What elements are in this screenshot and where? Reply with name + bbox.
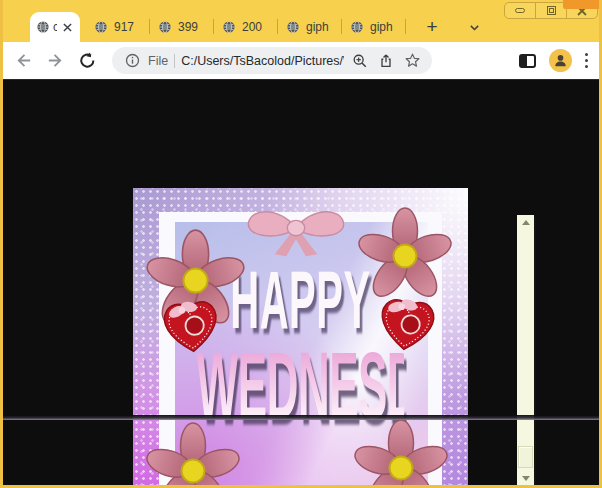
share-icon bbox=[378, 53, 394, 69]
browser-window: c 917 399 200 giph bbox=[0, 0, 602, 488]
scrollbar-track[interactable] bbox=[517, 215, 534, 485]
globe-favicon-icon bbox=[222, 20, 236, 34]
close-icon bbox=[63, 23, 72, 32]
flower-icon bbox=[143, 421, 243, 488]
content-area: HAPPY WEDNESDAY bbox=[3, 80, 599, 485]
toolbar-right-cluster bbox=[519, 49, 590, 72]
tab-200[interactable]: 200 bbox=[214, 12, 278, 42]
reload-icon bbox=[78, 51, 97, 70]
tab-label: 399 bbox=[178, 20, 206, 34]
profile-avatar[interactable] bbox=[549, 49, 572, 72]
side-panel-button[interactable] bbox=[519, 54, 536, 68]
heart-icon bbox=[156, 293, 226, 359]
share-button[interactable] bbox=[376, 51, 396, 71]
scroll-down-button[interactable] bbox=[517, 471, 534, 485]
scroll-thumb[interactable] bbox=[518, 446, 533, 468]
address-bar[interactable]: File C:/Users/TsBacolod/Pictures/W... bbox=[112, 47, 432, 74]
protocol-label: File bbox=[148, 54, 168, 68]
info-icon[interactable] bbox=[122, 51, 142, 71]
address-path: C:/Users/TsBacolod/Pictures/W... bbox=[181, 54, 344, 68]
globe-favicon-icon bbox=[286, 20, 300, 34]
new-tab-button[interactable]: + bbox=[420, 15, 444, 39]
bookmark-button[interactable] bbox=[402, 51, 422, 71]
close-button-highlight bbox=[563, 0, 602, 9]
tab-label: 200 bbox=[242, 20, 270, 34]
tab-label: giph bbox=[370, 20, 398, 34]
tab-search-button[interactable] bbox=[462, 15, 486, 39]
tab-active[interactable]: c bbox=[30, 12, 80, 42]
zoom-in-icon bbox=[352, 53, 368, 69]
tab-giph-2[interactable]: giph bbox=[342, 12, 406, 42]
triangle-up-icon bbox=[522, 220, 530, 225]
maximize-button[interactable] bbox=[535, 3, 566, 18]
globe-favicon-icon bbox=[94, 20, 108, 34]
tab-giph-1[interactable]: giph bbox=[278, 12, 342, 42]
back-icon bbox=[14, 51, 33, 70]
bow-icon bbox=[249, 482, 357, 488]
tab-close-button[interactable] bbox=[60, 20, 74, 34]
tab-917[interactable]: 917 bbox=[86, 12, 150, 42]
forward-button[interactable] bbox=[44, 50, 66, 72]
globe-favicon-icon bbox=[350, 20, 364, 34]
minimize-icon bbox=[515, 8, 525, 13]
menu-button[interactable] bbox=[585, 53, 588, 68]
toolbar: File C:/Users/TsBacolod/Pictures/W... bbox=[0, 42, 602, 80]
tab-label: giph bbox=[306, 20, 334, 34]
flower-icon bbox=[351, 418, 451, 488]
forward-icon bbox=[46, 51, 65, 70]
triangle-down-icon bbox=[522, 476, 530, 481]
person-icon bbox=[553, 53, 568, 68]
chevron-down-icon bbox=[468, 21, 481, 34]
tab-label: c bbox=[53, 20, 57, 34]
address-divider bbox=[174, 54, 175, 68]
titlebar: c 917 399 200 giph bbox=[0, 0, 602, 42]
maximize-icon bbox=[547, 6, 556, 15]
globe-favicon-icon bbox=[158, 20, 172, 34]
tab-label: 917 bbox=[114, 20, 142, 34]
greeting-card-image[interactable]: HAPPY WEDNESDAY bbox=[133, 188, 468, 488]
globe-favicon-icon bbox=[36, 20, 50, 34]
flower-icon bbox=[355, 206, 455, 306]
zoom-in-button[interactable] bbox=[350, 51, 370, 71]
glitch-line bbox=[3, 415, 599, 420]
reload-button[interactable] bbox=[76, 50, 98, 72]
tab-399[interactable]: 399 bbox=[150, 12, 214, 42]
back-button[interactable] bbox=[12, 50, 34, 72]
heart-icon bbox=[372, 290, 443, 357]
minimize-button[interactable] bbox=[505, 3, 535, 18]
bow-icon bbox=[237, 202, 355, 260]
scroll-up-button[interactable] bbox=[517, 215, 534, 229]
star-icon bbox=[404, 52, 421, 69]
